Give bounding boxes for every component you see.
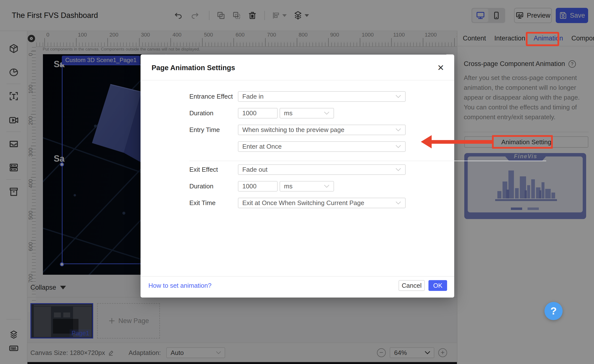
app-root: The First FVS Dashboard xyxy=(0,0,594,364)
chevron-down-icon xyxy=(395,95,401,98)
entry-mode-value: Enter at Once xyxy=(242,143,282,150)
exit-duration-input[interactable]: 1000 xyxy=(238,181,278,192)
chevron-down-icon xyxy=(324,111,330,115)
chevron-down-icon xyxy=(324,184,330,188)
annotation-box-animation-tab xyxy=(526,32,559,46)
exit-effect-value: Fade out xyxy=(242,166,268,173)
exit-time-value: Exit at Once When Switching Current Page xyxy=(242,199,364,207)
cancel-label: Cancel xyxy=(402,282,422,289)
cancel-button[interactable]: Cancel xyxy=(399,280,425,291)
exit-duration-value: 1000 xyxy=(242,182,257,190)
entry-time-value: When switching to the preview page xyxy=(242,126,344,134)
entry-time-label: Entry Time xyxy=(189,125,220,135)
modal-header-divider xyxy=(141,80,454,80)
exit-duration-unit: ms xyxy=(284,182,293,190)
entry-mode-select[interactable]: Enter at Once xyxy=(238,141,406,152)
entrance-duration-value: 1000 xyxy=(242,109,257,117)
entrance-effect-value: Fade in xyxy=(242,93,264,100)
help-button[interactable]: ? xyxy=(544,302,563,320)
exit-effect-label: Exit Effect xyxy=(189,164,218,175)
entry-time-select[interactable]: When switching to the preview page xyxy=(238,125,406,135)
entrance-effect-label: Entrance Effect xyxy=(189,91,233,102)
modal-section-divider xyxy=(189,161,546,161)
annotation-arrow-line xyxy=(431,140,493,144)
annotation-arrow-head-icon xyxy=(421,135,432,148)
modal-title: Page Animation Settings xyxy=(152,64,235,72)
question-mark-icon: ? xyxy=(550,305,557,317)
entrance-effect-select[interactable]: Fade in xyxy=(238,91,406,102)
entrance-duration-unit: ms xyxy=(284,109,293,117)
entrance-duration-input[interactable]: 1000 xyxy=(238,108,278,118)
chevron-down-icon xyxy=(395,168,401,171)
entrance-duration-unit-select[interactable]: ms xyxy=(280,108,334,118)
annotation-box-animation-setting xyxy=(492,135,553,149)
how-to-set-animation-link[interactable]: How to set animation? xyxy=(148,280,211,291)
close-icon[interactable]: ✕ xyxy=(435,62,447,74)
exit-time-label: Exit Time xyxy=(189,198,216,208)
exit-time-select[interactable]: Exit at Once When Switching Current Page xyxy=(238,198,406,208)
modal-footer-divider xyxy=(141,276,454,277)
exit-duration-label: Duration xyxy=(189,181,213,192)
chevron-down-icon xyxy=(395,128,401,132)
chevron-down-icon xyxy=(395,145,401,148)
entrance-duration-label: Duration xyxy=(189,108,213,118)
ok-button[interactable]: OK xyxy=(428,280,447,291)
chevron-down-icon xyxy=(395,201,401,205)
page-animation-settings-modal: Page Animation Settings ✕ Entrance Effec… xyxy=(141,54,454,298)
exit-effect-select[interactable]: Fade out xyxy=(238,164,406,175)
exit-duration-unit-select[interactable]: ms xyxy=(280,181,334,192)
ok-label: OK xyxy=(433,282,442,289)
